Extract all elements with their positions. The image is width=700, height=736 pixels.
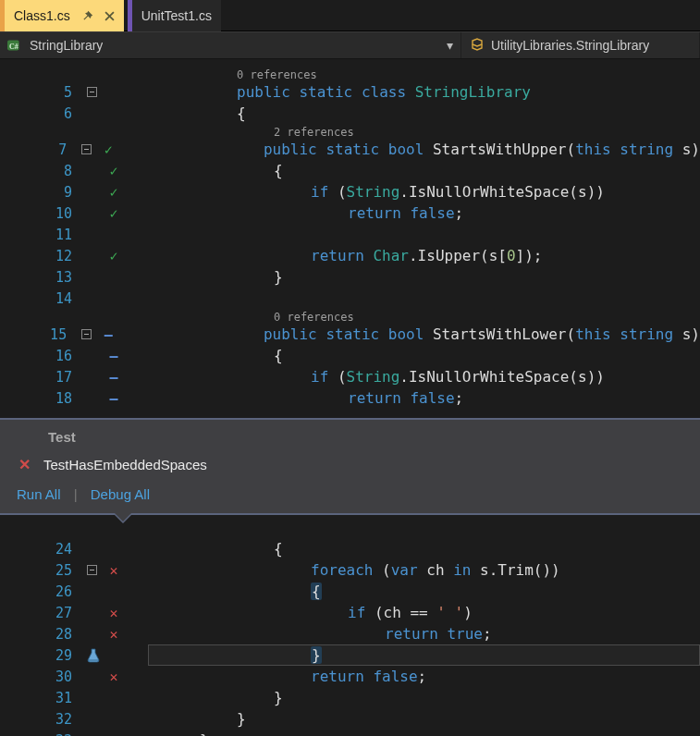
line-number: 6 <box>0 105 83 122</box>
failed-test-row[interactable]: ✕ TestHasEmbeddedSpaces <box>0 450 700 483</box>
code-line[interactable]: 5 public static class StringLibrary <box>0 81 700 103</box>
code-line[interactable]: 30 ✕ return false; <box>0 666 700 687</box>
gutter: — <box>78 324 138 345</box>
code-line[interactable]: 29 } <box>0 644 700 666</box>
codelens-references[interactable]: 0 references <box>148 68 317 81</box>
gutter: ✕ <box>83 559 148 581</box>
debug-all-link[interactable]: Debug All <box>91 486 150 502</box>
tab-unittest1[interactable]: UnitTest1.cs <box>128 0 221 31</box>
code-text: { <box>148 538 700 559</box>
gutter <box>83 730 148 736</box>
tab-strip: Class1.cs UnitTest1.cs <box>0 0 700 31</box>
failed-test-name: TestHasEmbeddedSpaces <box>43 457 207 472</box>
test-notrun-icon: — <box>105 348 122 364</box>
code-text: { <box>148 345 700 366</box>
csharp-file-icon: C# <box>7 38 24 53</box>
line-number: 29 <box>0 647 83 664</box>
test-pass-icon: ✓ <box>105 205 122 222</box>
gutter <box>83 708 148 730</box>
test-fail-icon: ✕ <box>105 562 122 579</box>
line-number: 30 <box>0 669 83 685</box>
code-line[interactable]: 11 <box>0 224 700 245</box>
code-line[interactable]: 12 ✓ return Char.IsUpper(s[0]); <box>0 245 700 266</box>
code-line[interactable]: 24 { <box>0 538 700 559</box>
nav-type-dropdown[interactable]: UtilityLibraries.StringLibrary <box>461 32 700 58</box>
code-text: public static class StringLibrary <box>148 81 700 103</box>
codelens-references[interactable]: 2 references <box>148 126 354 139</box>
test-results-popup: Test ✕ TestHasEmbeddedSpaces Run All | D… <box>0 418 700 515</box>
code-text: } <box>148 730 700 736</box>
code-line[interactable]: 15 — public static bool StartsWithLower(… <box>0 324 700 345</box>
code-line[interactable]: 31 } <box>0 687 700 708</box>
gutter: — <box>83 345 148 366</box>
code-line[interactable]: 7 ✓ public static bool StartsWithUpper(t… <box>0 139 700 160</box>
fold-toggle[interactable] <box>87 87 97 97</box>
code-text: return true; <box>148 623 700 644</box>
code-text: { <box>148 581 700 602</box>
code-text: return false; <box>148 387 700 409</box>
line-number: 7 <box>0 141 78 158</box>
gutter <box>83 538 148 559</box>
tab-label: UnitTest1.cs <box>141 8 212 23</box>
test-pass-icon: ✓ <box>105 184 122 201</box>
code-text: foreach (var ch in s.Trim()) <box>148 559 700 581</box>
code-text: if (String.IsNullOrWhiteSpace(s)) <box>148 366 700 387</box>
code-text: return false; <box>148 666 700 687</box>
code-text: public static bool StartsWithLower(this … <box>138 324 700 345</box>
code-text: } <box>148 644 700 666</box>
gutter: ✓ <box>83 202 148 224</box>
gutter: ✓ <box>83 181 148 202</box>
code-line[interactable]: 10 ✓ return false; <box>0 202 700 224</box>
gutter <box>83 288 148 309</box>
code-text: } <box>148 708 700 730</box>
fold-toggle[interactable] <box>81 144 92 154</box>
code-line[interactable]: 9 ✓ if (String.IsNullOrWhiteSpace(s)) <box>0 181 700 202</box>
code-line[interactable]: 33 } <box>0 730 700 736</box>
code-text: { <box>148 103 700 124</box>
nav-type-label: UtilityLibraries.StringLibrary <box>491 38 649 53</box>
gutter <box>83 224 148 245</box>
pin-icon[interactable] <box>81 10 93 22</box>
run-all-link[interactable]: Run All <box>17 486 61 502</box>
nav-scope-dropdown[interactable]: C# StringLibrary ▾ <box>0 32 461 58</box>
gutter: — <box>83 366 148 387</box>
line-number: 33 <box>0 732 83 737</box>
line-number: 10 <box>0 205 83 222</box>
code-editor[interactable]: 0 references 5 public static class Strin… <box>0 59 700 736</box>
gutter: ✓ <box>78 139 138 160</box>
test-pass-icon: ✓ <box>105 163 122 179</box>
code-line[interactable]: 32 } <box>0 708 700 730</box>
tab-label: Class1.cs <box>14 8 70 23</box>
gutter: ✓ <box>83 245 148 266</box>
line-number: 26 <box>0 583 83 600</box>
code-line[interactable]: 27 ✕ if (ch == ' ') <box>0 602 700 623</box>
nav-scope-label: StringLibrary <box>30 38 103 53</box>
codelens-references[interactable]: 0 references <box>148 311 354 324</box>
code-line[interactable]: 16 — { <box>0 345 700 366</box>
tab-class1[interactable]: Class1.cs <box>0 0 124 31</box>
test-fail-icon: ✕ <box>105 626 122 643</box>
code-line[interactable]: 8 ✓ { <box>0 160 700 181</box>
code-line[interactable]: 26 { <box>0 581 700 602</box>
fold-toggle[interactable] <box>81 329 92 339</box>
code-line[interactable]: 6 { <box>0 103 700 124</box>
code-line[interactable]: 14 <box>0 288 700 309</box>
class-icon <box>469 38 485 53</box>
popup-arrow <box>113 513 133 523</box>
code-line[interactable]: 17 — if (String.IsNullOrWhiteSpace(s)) <box>0 366 700 387</box>
code-line[interactable]: 25 ✕ foreach (var ch in s.Trim()) <box>0 559 700 581</box>
flask-icon <box>86 648 101 663</box>
code-line[interactable]: 13 } <box>0 266 700 288</box>
test-pass-icon: ✓ <box>100 141 117 158</box>
line-number: 31 <box>0 690 83 706</box>
close-icon[interactable] <box>104 11 115 21</box>
code-line[interactable]: 28 ✕ return true; <box>0 623 700 644</box>
line-number: 8 <box>0 163 83 179</box>
code-line[interactable]: 18 — return false; <box>0 387 700 409</box>
line-number: 18 <box>0 390 83 407</box>
test-notrun-icon: — <box>105 369 122 386</box>
fail-x-icon: ✕ <box>18 456 31 473</box>
fold-toggle[interactable] <box>87 565 97 575</box>
line-number: 11 <box>0 227 83 243</box>
gutter: ✓ <box>83 160 148 181</box>
